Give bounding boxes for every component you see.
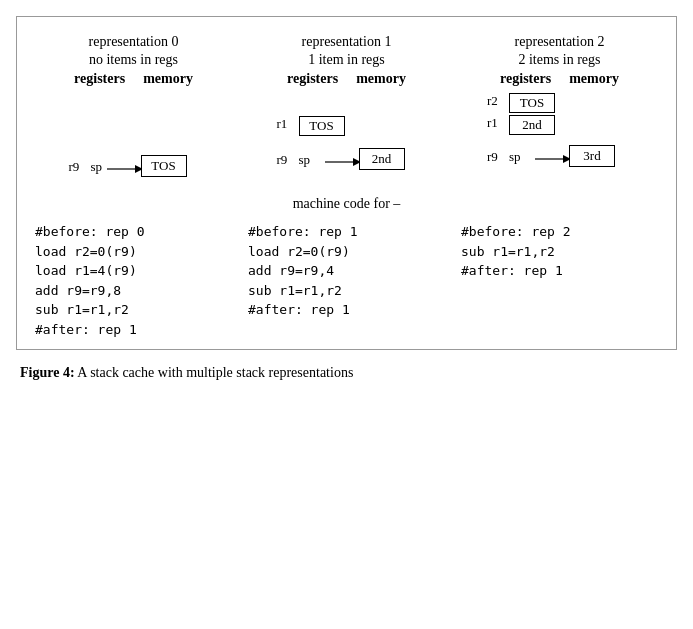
rep2-sp-label: sp [509,149,521,165]
rep1-2nd-box: 2nd [359,148,405,170]
col0-headers: registers memory [74,71,193,87]
col1-title: representation 1 1 item in regs [302,33,392,69]
figure-box: representation 0 no items in regs regist… [16,16,677,350]
rep2-2nd-box: 2nd [509,115,555,135]
col1-headers: registers memory [287,71,406,87]
rep0-tos-box: TOS [141,155,187,177]
rep2-r9-label: r9 [487,149,498,165]
diagrams-row: r9 sp TOS r1 TOS [27,93,666,188]
col2-code-line0: #before: rep 2 [461,222,571,242]
col0-code: #before: rep 0 load r2=0(r9) load r1=4(r… [27,218,240,339]
col1-code-line2: add r9=r9,4 [248,261,358,281]
col1-code-line3: sub r1=r1,r2 [248,281,358,301]
col1-code-line1: load r2=0(r9) [248,242,358,262]
mc-placeholder-left [27,196,240,218]
rep1-arrow [325,156,361,168]
rep1-tos-box: TOS [299,116,345,136]
columns-header: representation 0 no items in regs regist… [27,33,666,93]
col2-title: representation 2 2 items in regs [515,33,605,69]
rep1-sp-label: sp [299,152,311,168]
code-rows: #before: rep 0 load r2=0(r9) load r1=4(r… [27,218,666,339]
col-rep1: representation 1 1 item in regs register… [240,33,453,93]
caption-text: A stack cache with multiple stack repres… [75,365,354,380]
col1-code-line4: #after: rep 1 [248,300,358,320]
rep2-r2-label: r2 [487,93,498,109]
col2-code-line2: #after: rep 1 [461,261,571,281]
col0-code-line4: sub r1=r1,r2 [35,300,145,320]
col0-code-line1: load r2=0(r9) [35,242,145,262]
machine-code-label: machine code for – [240,196,453,212]
rep0-arrow [107,163,143,175]
rep1-r1-label: r1 [277,116,288,132]
col0-diagram-area: r9 sp TOS [27,133,240,188]
rep2-tos-box: TOS [509,93,555,113]
rep1-r9-label: r9 [277,152,288,168]
rep2-diagram: r2 TOS r1 2nd r9 sp 3rd [487,93,632,188]
mc-placeholder-right [453,196,666,218]
col0-code-block: #before: rep 0 load r2=0(r9) load r1=4(r… [35,222,145,339]
col2-code-line1: sub r1=r1,r2 [461,242,571,262]
rep2-3rd-box: 3rd [569,145,615,167]
caption-label: Figure 4: [20,365,75,380]
rep0-sp-label: sp [91,159,103,175]
col-rep0: representation 0 no items in regs regist… [27,33,240,93]
col-rep2: representation 2 2 items in regs registe… [453,33,666,93]
col2-headers: registers memory [500,71,619,87]
rep0-diagram: r9 sp TOS [69,133,199,188]
col0-code-line0: #before: rep 0 [35,222,145,242]
col1-code: #before: rep 1 load r2=0(r9) add r9=r9,4… [240,218,453,320]
machine-code-row: machine code for – [27,196,666,218]
col1-code-block: #before: rep 1 load r2=0(r9) add r9=r9,4… [248,222,358,320]
rep1-diagram: r1 TOS r9 sp 2nd [277,116,417,188]
col0-code-line3: add r9=r9,8 [35,281,145,301]
col1-diagram-area: r1 TOS r9 sp 2nd [240,116,453,188]
rep0-r9-label: r9 [69,159,80,175]
col2-code-block: #before: rep 2 sub r1=r1,r2 #after: rep … [461,222,571,281]
col2-code: #before: rep 2 sub r1=r1,r2 #after: rep … [453,218,666,281]
rep2-arrow [535,153,571,165]
col1-code-line0: #before: rep 1 [248,222,358,242]
col0-code-line2: load r1=4(r9) [35,261,145,281]
col0-title: representation 0 no items in regs [89,33,179,69]
rep2-r1-label: r1 [487,115,498,131]
col0-code-line5: #after: rep 1 [35,320,145,340]
figure-caption: Figure 4: A stack cache with multiple st… [16,362,677,383]
col2-diagram-area: r2 TOS r1 2nd r9 sp 3rd [453,93,666,188]
